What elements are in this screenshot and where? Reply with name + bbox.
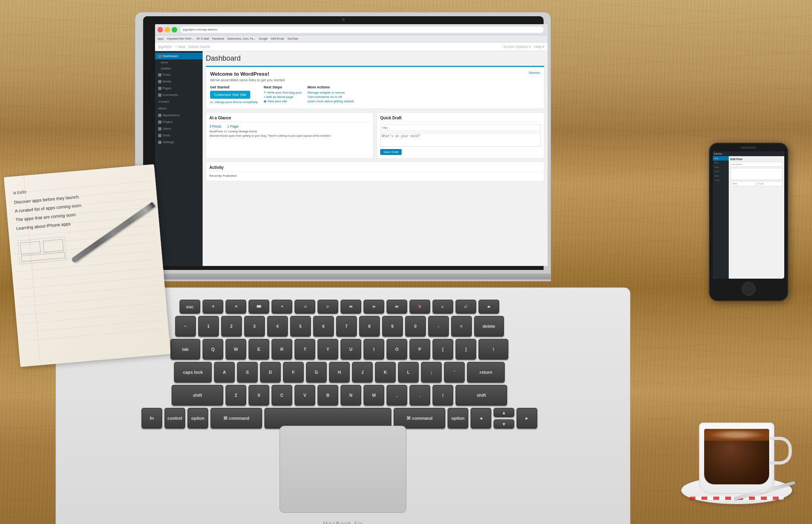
learn-more-link[interactable]: Learn more about getting started — [307, 99, 353, 103]
key-option-right[interactable]: option — [448, 408, 468, 428]
key-option-left[interactable]: option — [188, 408, 208, 428]
key-h[interactable]: H — [329, 362, 350, 382]
key-arrow-up[interactable]: ▲ — [494, 408, 514, 417]
iphone-sidebar-settings[interactable]: Settings — [713, 178, 729, 182]
key-7[interactable]: 7 — [336, 316, 357, 337]
key-1[interactable]: 1 — [198, 316, 219, 337]
browser-maximize-btn[interactable] — [172, 27, 177, 33]
view-site-link[interactable]: ◉ View your site — [264, 99, 301, 103]
key-c[interactable]: C — [272, 385, 292, 405]
key-fn[interactable]: fn — [142, 408, 162, 428]
key-quote[interactable]: ' — [444, 362, 465, 382]
iphone-sidebar-comments[interactable]: Comm — [713, 169, 729, 174]
sidebar-item-updates[interactable]: Updates — [155, 65, 203, 71]
key-4[interactable]: 4 — [267, 316, 288, 337]
sidebar-item-contact[interactable]: Contact — [155, 98, 203, 105]
key-comma[interactable]: , — [387, 385, 407, 405]
key-backslash[interactable]: \ — [479, 339, 508, 360]
key-t[interactable]: T — [295, 339, 315, 360]
wp-screen-options[interactable]: Screen Options ▾ — [503, 45, 531, 49]
key-d[interactable]: D — [260, 362, 281, 382]
sidebar-item-users[interactable]: Users — [155, 125, 203, 132]
key-w[interactable]: W — [226, 339, 246, 360]
key-eject[interactable]: ⏏ — [479, 300, 499, 314]
key-f11[interactable]: 🔉 — [433, 300, 453, 314]
key-period[interactable]: . — [410, 385, 430, 405]
dismiss-link[interactable]: Dismiss — [529, 71, 540, 75]
iphone-home-button[interactable] — [742, 282, 756, 296]
key-f10[interactable]: 🔇 — [410, 300, 430, 314]
key-f4[interactable]: ✦ — [272, 300, 292, 314]
wp-site-name[interactable]: lpgolfpro — [158, 45, 172, 49]
manage-widgets-link[interactable]: Manage widgets or menus — [307, 91, 353, 94]
draft-title-input[interactable] — [380, 124, 541, 131]
key-equals[interactable]: = — [451, 316, 472, 337]
save-draft-button[interactable]: Save Draft — [380, 149, 402, 155]
sidebar-item-posts[interactable]: Posts — [155, 71, 203, 78]
iphone-sidebar-pages[interactable]: Pages — [713, 165, 729, 169]
key-esc[interactable]: esc — [180, 300, 200, 314]
key-backtick[interactable]: ~ — [175, 316, 196, 337]
key-r[interactable]: R — [272, 339, 292, 360]
sidebar-item-pages[interactable]: Pages — [155, 85, 203, 92]
wp-delete-cache[interactable]: Delete Cache — [188, 45, 210, 49]
iphone-sidebar-appearance[interactable]: Appear — [713, 174, 729, 178]
key-z[interactable]: Z — [226, 385, 246, 405]
key-bracket-left[interactable]: [ — [433, 339, 453, 360]
key-u[interactable]: U — [341, 339, 361, 360]
key-9[interactable]: 9 — [382, 316, 403, 337]
key-bracket-right[interactable]: ] — [456, 339, 476, 360]
key-capslock[interactable]: caps lock — [174, 362, 212, 382]
key-command-left[interactable]: ⌘ command — [211, 408, 262, 428]
key-shift-right[interactable]: shift — [456, 385, 507, 405]
key-j[interactable]: J — [352, 362, 373, 382]
sidebar-item-comments[interactable]: Comments — [155, 92, 203, 98]
key-slash[interactable]: / — [433, 385, 453, 405]
customize-site-button[interactable]: Customize Your Site — [210, 91, 250, 99]
key-arrow-down[interactable]: ▼ — [494, 419, 514, 428]
macbook-trackpad[interactable] — [280, 426, 406, 513]
comments-toggle-link[interactable]: Turn comments on or off — [307, 95, 353, 99]
sidebar-item-home[interactable]: Home — [155, 59, 203, 65]
key-n[interactable]: N — [341, 385, 361, 405]
key-control[interactable]: control — [165, 408, 185, 428]
key-i[interactable]: I — [364, 339, 384, 360]
key-f8[interactable]: ⏯ — [364, 300, 384, 314]
iphone-title-box[interactable]: Enter title here — [730, 162, 783, 167]
key-v[interactable]: V — [295, 385, 315, 405]
key-f[interactable]: F — [283, 362, 304, 382]
key-l[interactable]: L — [398, 362, 419, 382]
key-o[interactable]: O — [387, 339, 407, 360]
key-k[interactable]: K — [375, 362, 396, 382]
sidebar-item-settings[interactable]: Settings — [155, 139, 203, 145]
sidebar-item-plugins[interactable]: Plugins — [155, 119, 203, 125]
wp-new-btn[interactable]: + New — [175, 45, 186, 49]
key-semicolon[interactable]: ; — [421, 362, 442, 382]
key-shift-left[interactable]: shift — [172, 385, 223, 405]
iphone-sidebar-posts[interactable]: Posts — [713, 156, 729, 161]
sidebar-item-appearance[interactable]: Appearance — [155, 112, 203, 119]
key-e[interactable]: E — [249, 339, 269, 360]
key-6[interactable]: 6 — [313, 316, 334, 337]
sidebar-item-dashboard[interactable]: Dashboard — [155, 53, 203, 59]
key-g[interactable]: G — [306, 362, 327, 382]
iphone-sidebar-media[interactable]: Media — [713, 161, 729, 165]
key-q[interactable]: Q — [203, 339, 223, 360]
browser-minimize-btn[interactable] — [165, 27, 170, 33]
sidebar-item-tools[interactable]: Tools — [155, 132, 203, 139]
write-blog-link[interactable]: ✎ Write your first blog post — [264, 91, 301, 94]
key-arrow-right[interactable]: ► — [517, 408, 537, 428]
sidebar-item-kfasm[interactable]: kfasm — [155, 105, 203, 112]
sidebar-item-media[interactable]: Media — [155, 78, 203, 85]
key-s[interactable]: S — [237, 362, 258, 382]
key-b[interactable]: B — [318, 385, 338, 405]
key-enter[interactable]: return — [467, 362, 505, 382]
key-8[interactable]: 8 — [359, 316, 380, 337]
key-x[interactable]: X — [249, 385, 269, 405]
key-m[interactable]: M — [364, 385, 384, 405]
key-5[interactable]: 5 — [290, 316, 311, 337]
wp-help[interactable]: Help ▾ — [534, 45, 544, 49]
key-f9[interactable]: ⏭ — [387, 300, 407, 314]
add-about-link[interactable]: + Add an About page — [264, 95, 301, 99]
key-y[interactable]: Y — [318, 339, 338, 360]
